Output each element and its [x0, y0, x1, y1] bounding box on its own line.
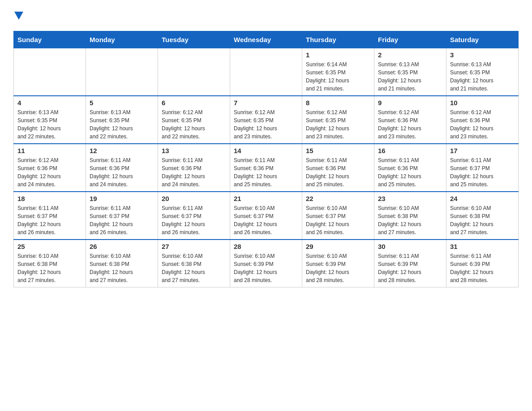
day-number: 9 [378, 99, 442, 107]
day-info: Sunrise: 6:13 AMSunset: 6:35 PMDaylight:… [90, 108, 154, 141]
day-header-thursday: Thursday [302, 31, 374, 48]
day-header-wednesday: Wednesday [230, 31, 302, 48]
day-info: Sunrise: 6:11 AMSunset: 6:36 PMDaylight:… [378, 156, 442, 188]
day-info: Sunrise: 6:11 AMSunset: 6:39 PMDaylight:… [378, 252, 442, 284]
day-number: 31 [450, 243, 515, 250]
day-header-monday: Monday [86, 31, 158, 48]
day-info: Sunrise: 6:14 AMSunset: 6:35 PMDaylight:… [306, 60, 370, 93]
calendar-cell: 25Sunrise: 6:10 AMSunset: 6:38 PMDayligh… [14, 240, 86, 287]
calendar-cell: 30Sunrise: 6:11 AMSunset: 6:39 PMDayligh… [374, 240, 446, 287]
day-number: 16 [378, 147, 442, 154]
day-info: Sunrise: 6:13 AMSunset: 6:35 PMDaylight:… [378, 60, 442, 93]
calendar-cell: 9Sunrise: 6:12 AMSunset: 6:36 PMDaylight… [374, 96, 446, 144]
calendar-cell: 10Sunrise: 6:12 AMSunset: 6:36 PMDayligh… [446, 96, 519, 144]
calendar-cell: 16Sunrise: 6:11 AMSunset: 6:36 PMDayligh… [374, 144, 446, 192]
day-number: 7 [234, 99, 298, 107]
calendar-cell [158, 48, 230, 96]
calendar-cell [230, 48, 302, 96]
day-number: 13 [162, 147, 226, 154]
day-number: 19 [90, 195, 154, 202]
calendar-cell: 2Sunrise: 6:13 AMSunset: 6:35 PMDaylight… [374, 48, 446, 96]
week-row-3: 11Sunrise: 6:12 AMSunset: 6:36 PMDayligh… [14, 144, 519, 192]
day-info: Sunrise: 6:10 AMSunset: 6:38 PMDaylight:… [90, 252, 154, 284]
logo-triangle-icon [14, 12, 23, 21]
calendar-cell: 29Sunrise: 6:10 AMSunset: 6:39 PMDayligh… [302, 240, 374, 287]
calendar-cell: 18Sunrise: 6:11 AMSunset: 6:37 PMDayligh… [14, 192, 86, 240]
calendar-cell: 4Sunrise: 6:13 AMSunset: 6:35 PMDaylight… [14, 96, 86, 144]
calendar-cell: 5Sunrise: 6:13 AMSunset: 6:35 PMDaylight… [86, 96, 158, 144]
day-number: 21 [234, 195, 298, 202]
day-info: Sunrise: 6:10 AMSunset: 6:38 PMDaylight:… [17, 252, 82, 284]
day-number: 10 [450, 99, 515, 107]
calendar-cell: 11Sunrise: 6:12 AMSunset: 6:36 PMDayligh… [14, 144, 86, 192]
day-info: Sunrise: 6:12 AMSunset: 6:36 PMDaylight:… [17, 156, 82, 188]
calendar-cell: 19Sunrise: 6:11 AMSunset: 6:37 PMDayligh… [86, 192, 158, 240]
day-number: 27 [162, 243, 226, 250]
day-number: 22 [306, 195, 370, 202]
page-header [13, 9, 519, 22]
day-number: 12 [90, 147, 154, 154]
day-info: Sunrise: 6:10 AMSunset: 6:39 PMDaylight:… [306, 252, 370, 284]
day-info: Sunrise: 6:13 AMSunset: 6:35 PMDaylight:… [17, 108, 82, 141]
days-header-row: SundayMondayTuesdayWednesdayThursdayFrid… [14, 31, 519, 48]
calendar-cell: 24Sunrise: 6:10 AMSunset: 6:38 PMDayligh… [446, 192, 519, 240]
day-number: 29 [306, 243, 370, 250]
day-number: 26 [90, 243, 154, 250]
day-info: Sunrise: 6:10 AMSunset: 6:38 PMDaylight:… [378, 204, 442, 236]
week-row-5: 25Sunrise: 6:10 AMSunset: 6:38 PMDayligh… [14, 240, 519, 287]
calendar-cell: 15Sunrise: 6:11 AMSunset: 6:36 PMDayligh… [302, 144, 374, 192]
calendar-cell: 21Sunrise: 6:10 AMSunset: 6:37 PMDayligh… [230, 192, 302, 240]
day-number: 5 [90, 99, 154, 107]
day-info: Sunrise: 6:10 AMSunset: 6:39 PMDaylight:… [234, 252, 298, 284]
day-info: Sunrise: 6:10 AMSunset: 6:38 PMDaylight:… [162, 252, 226, 284]
calendar-cell: 27Sunrise: 6:10 AMSunset: 6:38 PMDayligh… [158, 240, 230, 287]
day-info: Sunrise: 6:12 AMSunset: 6:35 PMDaylight:… [234, 108, 298, 141]
day-number: 28 [234, 243, 298, 250]
day-number: 11 [17, 147, 82, 154]
day-info: Sunrise: 6:11 AMSunset: 6:37 PMDaylight:… [90, 204, 154, 236]
day-info: Sunrise: 6:11 AMSunset: 6:36 PMDaylight:… [162, 156, 226, 188]
day-info: Sunrise: 6:11 AMSunset: 6:36 PMDaylight:… [90, 156, 154, 188]
calendar-cell: 20Sunrise: 6:11 AMSunset: 6:37 PMDayligh… [158, 192, 230, 240]
calendar-cell: 14Sunrise: 6:11 AMSunset: 6:36 PMDayligh… [230, 144, 302, 192]
day-info: Sunrise: 6:13 AMSunset: 6:35 PMDaylight:… [450, 60, 515, 93]
calendar-cell: 22Sunrise: 6:10 AMSunset: 6:37 PMDayligh… [302, 192, 374, 240]
day-number: 17 [450, 147, 515, 154]
calendar-table: SundayMondayTuesdayWednesdayThursdayFrid… [13, 31, 519, 287]
day-number: 15 [306, 147, 370, 154]
week-row-4: 18Sunrise: 6:11 AMSunset: 6:37 PMDayligh… [14, 192, 519, 240]
day-header-saturday: Saturday [446, 31, 519, 48]
day-info: Sunrise: 6:12 AMSunset: 6:36 PMDaylight:… [450, 108, 515, 141]
calendar-cell [14, 48, 86, 96]
calendar-cell: 26Sunrise: 6:10 AMSunset: 6:38 PMDayligh… [86, 240, 158, 287]
day-info: Sunrise: 6:12 AMSunset: 6:36 PMDaylight:… [378, 108, 442, 141]
day-number: 14 [234, 147, 298, 154]
logo [13, 9, 23, 22]
day-number: 20 [162, 195, 226, 202]
day-number: 6 [162, 99, 226, 107]
day-info: Sunrise: 6:11 AMSunset: 6:36 PMDaylight:… [234, 156, 298, 188]
svg-marker-0 [14, 12, 23, 20]
day-number: 1 [306, 51, 370, 59]
day-header-friday: Friday [374, 31, 446, 48]
day-number: 24 [450, 195, 515, 202]
calendar-cell: 13Sunrise: 6:11 AMSunset: 6:36 PMDayligh… [158, 144, 230, 192]
week-row-1: 1Sunrise: 6:14 AMSunset: 6:35 PMDaylight… [14, 48, 519, 96]
calendar-cell: 3Sunrise: 6:13 AMSunset: 6:35 PMDaylight… [446, 48, 519, 96]
calendar-cell: 23Sunrise: 6:10 AMSunset: 6:38 PMDayligh… [374, 192, 446, 240]
calendar-cell: 7Sunrise: 6:12 AMSunset: 6:35 PMDaylight… [230, 96, 302, 144]
day-number: 3 [450, 51, 515, 59]
day-info: Sunrise: 6:10 AMSunset: 6:37 PMDaylight:… [234, 204, 298, 236]
calendar-cell: 1Sunrise: 6:14 AMSunset: 6:35 PMDaylight… [302, 48, 374, 96]
day-header-tuesday: Tuesday [158, 31, 230, 48]
day-info: Sunrise: 6:12 AMSunset: 6:35 PMDaylight:… [162, 108, 226, 141]
calendar-cell: 12Sunrise: 6:11 AMSunset: 6:36 PMDayligh… [86, 144, 158, 192]
calendar-cell: 17Sunrise: 6:11 AMSunset: 6:37 PMDayligh… [446, 144, 519, 192]
day-info: Sunrise: 6:12 AMSunset: 6:35 PMDaylight:… [306, 108, 370, 141]
calendar-cell: 31Sunrise: 6:11 AMSunset: 6:39 PMDayligh… [446, 240, 519, 287]
day-info: Sunrise: 6:11 AMSunset: 6:36 PMDaylight:… [306, 156, 370, 188]
day-number: 18 [17, 195, 82, 202]
day-info: Sunrise: 6:11 AMSunset: 6:37 PMDaylight:… [17, 204, 82, 236]
day-info: Sunrise: 6:10 AMSunset: 6:37 PMDaylight:… [306, 204, 370, 236]
day-number: 25 [17, 243, 82, 250]
